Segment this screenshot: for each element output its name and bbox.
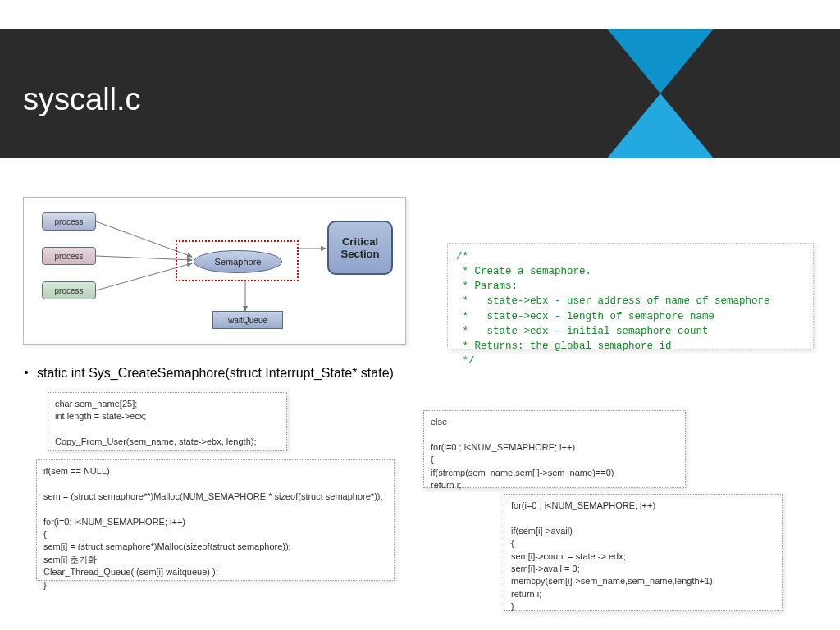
semaphore-node: Semaphore: [194, 250, 282, 273]
critical-section-node: Critical Section: [327, 221, 393, 275]
code-block-null-case: if(sem == NULL) sem = (struct semaphore*…: [36, 459, 395, 581]
slide-title: syscall.c: [23, 82, 141, 117]
process-box-3: process: [42, 281, 96, 299]
bullet-icon: [25, 371, 28, 374]
code-block-avail-loop: for(i=0 ; i<NUM_SEMAPHORE; i++) if(sem[i…: [504, 494, 783, 611]
semaphore-outline: Semaphore: [176, 240, 299, 281]
function-signature: static int Sys_CreateSemaphore(struct In…: [37, 366, 394, 381]
code-block-else-case: else for(i=0 ; i<NUM_SEMAPHORE; i++) { i…: [423, 410, 686, 488]
doc-comment-block: /* * Create a semaphore. * Params: * sta…: [447, 243, 814, 349]
critical-label-1: Critical: [342, 235, 378, 248]
critical-label-2: Section: [341, 248, 380, 260]
process-box-1: process: [42, 212, 96, 231]
process-box-2: process: [42, 247, 96, 265]
code-block-init: char sem_name[25]; int length = state->e…: [48, 392, 287, 451]
semaphore-diagram: process process process Semaphore Critic…: [23, 197, 406, 345]
waitqueue-node: waitQueue: [212, 311, 283, 329]
